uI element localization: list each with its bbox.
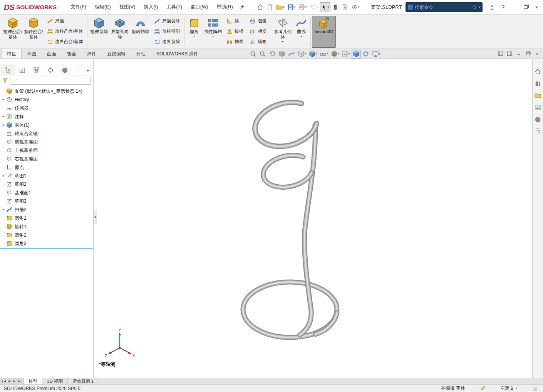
lofted-cut-button[interactable]: 放样切割 — [152, 27, 182, 36]
revolved-boss-button[interactable]: 旋转凸台/基体 — [23, 16, 44, 48]
extruded-cut-button[interactable]: 拉伸切除 — [89, 16, 109, 48]
expand-arrow-icon[interactable]: ▶ — [1, 123, 6, 127]
propertymanager-icon[interactable] — [15, 65, 29, 75]
file-explorer-icon[interactable] — [534, 91, 542, 100]
search-scope-icon[interactable] — [408, 5, 413, 10]
zoom-fit-icon[interactable] — [248, 50, 258, 58]
expand-arrow-icon[interactable]: ▶ — [1, 98, 6, 101]
linear-pattern-button[interactable]: 线性阵列 ▾ — [203, 16, 223, 48]
boss-extrude-button[interactable]: 拉伸凸台/基体 — [2, 16, 23, 48]
tree-item-origin[interactable]: 原点 — [0, 163, 93, 172]
curves-button[interactable]: 曲线 ▾ — [293, 16, 309, 48]
rotate-view-icon[interactable] — [361, 50, 370, 58]
pin-menu-icon[interactable] — [238, 4, 246, 10]
minimize-button[interactable]: – — [509, 1, 520, 13]
previous-view-icon[interactable] — [268, 50, 277, 58]
tree-item-fillet3[interactable]: 圆角3 — [0, 239, 93, 248]
linear-pattern-dropdown-icon[interactable]: ▾ — [212, 35, 214, 38]
print-icon[interactable]: ▾ — [297, 2, 308, 12]
save-icon[interactable]: ▾ — [286, 2, 297, 12]
graphics-area[interactable]: Y X Z *等轴测 — [94, 59, 532, 378]
revolved-cut-button[interactable]: 旋转切除 — [130, 16, 151, 48]
tab-evaluate[interactable]: 评估 — [131, 49, 151, 58]
home-icon[interactable] — [256, 2, 265, 12]
swept-cut-button[interactable]: 扫描切除 — [152, 16, 182, 26]
model-wireframe[interactable] — [243, 102, 337, 337]
menu-view[interactable]: 视图(V) — [115, 0, 140, 14]
tree-item-sketch2[interactable]: 草图2 — [0, 180, 93, 188]
boundary-cut-button[interactable]: 边界切除 — [152, 37, 182, 47]
apply-scene-icon[interactable]: ▾ — [340, 50, 351, 58]
pane-right-icon[interactable] — [505, 50, 514, 58]
fillet-button[interactable]: 圆角 ▾ — [186, 16, 203, 48]
dimxpertmanager-icon[interactable] — [44, 65, 58, 75]
tree-item-top-plane[interactable]: 上视基准面 — [0, 146, 93, 155]
menu-help[interactable]: 帮助(H) — [212, 0, 237, 14]
view-palette-icon[interactable] — [534, 103, 542, 112]
doc-minimize-button[interactable]: – — [515, 50, 523, 58]
view-settings-icon[interactable] — [352, 50, 361, 58]
tree-item-right-plane[interactable]: 右视基准面 — [0, 155, 93, 163]
shell-button[interactable]: 抽壳 — [224, 37, 246, 47]
doc-restore-button[interactable] — [524, 50, 532, 58]
design-library-icon[interactable] — [534, 79, 542, 88]
menu-window[interactable]: 窗口(W) — [186, 0, 212, 14]
pane-expand-icon[interactable]: ▸ — [84, 65, 92, 75]
tree-item-sketch1[interactable]: ▶ 草图1 — [0, 172, 93, 180]
tab-surfaces[interactable]: 曲面 — [42, 49, 62, 58]
select-cursor-icon[interactable]: ▾ — [320, 2, 330, 12]
reference-geometry-button[interactable]: 参考几何体 ▾ — [272, 16, 293, 48]
loft-button[interactable]: 放样凸台/基体 — [45, 27, 85, 36]
menu-file[interactable]: 文件(F) — [66, 0, 90, 14]
tab-sheet-metal[interactable]: 钣金 — [62, 49, 82, 58]
tree-item-annotations[interactable]: ▶ 注解 — [0, 112, 93, 121]
tree-item-sensors[interactable]: 传感器 — [0, 104, 93, 112]
rib-button[interactable]: 筋 — [224, 16, 246, 26]
prev-tab-icon[interactable]: ◀ — [7, 380, 12, 383]
boundary-button[interactable]: 边界凸台/基体 — [45, 37, 85, 47]
tree-item-solid-bodies[interactable]: ▶ 实体(1) — [0, 121, 93, 129]
sweep-button[interactable]: 扫描 — [45, 16, 85, 26]
tab-motion-study[interactable]: 运动算例 1 — [68, 378, 99, 384]
custom-properties-icon[interactable] — [534, 127, 542, 135]
intersect-button[interactable]: 相交 — [247, 27, 269, 36]
draft-button[interactable]: 拔模 — [224, 27, 246, 36]
tab-direct-editing[interactable]: 直接编辑 — [102, 49, 131, 58]
tree-item-sketch3[interactable]: 草图3 — [0, 197, 93, 205]
hole-wizard-button[interactable]: 异型孔向导 — [109, 16, 130, 48]
tree-item-sweep2[interactable]: ▶ 扫描2 — [0, 205, 93, 214]
first-tab-icon[interactable]: ❙◀ — [1, 380, 6, 383]
tree-item-front-plane[interactable]: 前视基准面 — [0, 138, 93, 146]
view-orientation-icon[interactable]: ▾ — [297, 50, 307, 58]
help-icon[interactable]: ? — [498, 1, 509, 13]
model-lower-hook[interactable] — [263, 155, 312, 187]
expand-arrow-icon[interactable]: ▶ — [1, 174, 6, 177]
part-model[interactable] — [94, 59, 532, 378]
appearances-icon[interactable] — [534, 115, 542, 123]
home-icon[interactable] — [534, 67, 542, 76]
doc-close-button[interactable]: × — [533, 50, 541, 58]
next-tab-icon[interactable]: ▶ — [12, 380, 17, 383]
options-monitor-icon[interactable]: ▾ — [371, 50, 382, 58]
tree-item-fillet1[interactable]: 圆角1 — [0, 214, 93, 222]
featuremanager-tree-icon[interactable] — [1, 65, 15, 75]
displaymanager-icon[interactable] — [58, 65, 72, 75]
options-gear-icon[interactable]: ▾ — [350, 2, 361, 12]
user-account-icon[interactable] — [486, 1, 498, 13]
edit-appearance-icon[interactable]: ▾ — [330, 50, 340, 58]
tree-item-material[interactable]: 铸造合金钢 — [0, 129, 93, 138]
menu-edit[interactable]: 编辑(E) — [90, 0, 115, 14]
tree-root-part[interactable]: 支架 (默认<<默认>_显示状态 1>) — [0, 87, 93, 95]
last-tab-icon[interactable]: ▶❙ — [17, 380, 22, 383]
open-file-icon[interactable]: ▾ — [275, 2, 286, 12]
section-view-icon[interactable] — [277, 50, 287, 58]
undo-icon[interactable]: ▾ — [308, 2, 319, 12]
search-dropdown-icon[interactable]: ▾ — [479, 5, 480, 9]
curves-dropdown-icon[interactable]: ▾ — [300, 35, 302, 38]
instant3d-button[interactable]: Instant3D — [312, 16, 336, 48]
model-ring-end[interactable] — [315, 313, 337, 334]
wrap-button[interactable]: 包覆 — [247, 16, 269, 26]
zoom-area-icon[interactable] — [258, 50, 267, 58]
new-file-icon[interactable] — [265, 2, 275, 12]
display-style-icon[interactable]: ▾ — [308, 50, 318, 58]
